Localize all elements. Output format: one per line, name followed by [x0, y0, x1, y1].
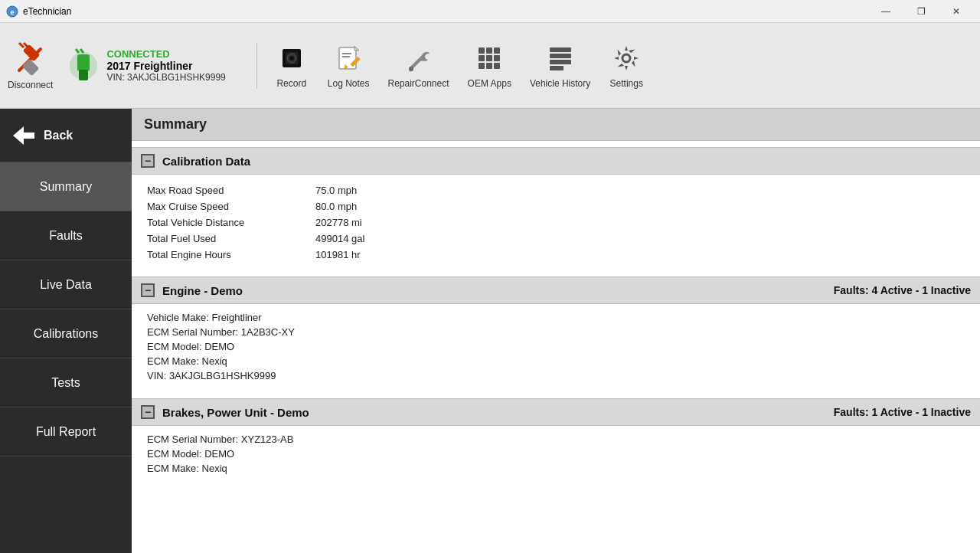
svg-line-9 — [76, 49, 79, 53]
settings-icon — [611, 43, 642, 74]
engine-section-title: Engine - Demo — [162, 284, 834, 297]
log-notes-button[interactable]: Log Notes — [318, 40, 379, 92]
connected-plug-icon — [68, 47, 99, 85]
brakes-faults: Faults: 1 Active - 1 Inactive — [834, 406, 971, 418]
toolbar: Disconnect CONNECTED 2017 Freightliner V… — [0, 23, 980, 109]
settings-button[interactable]: Settings — [599, 40, 653, 92]
sidebar-item-full-report[interactable]: Full Report — [0, 407, 132, 456]
svg-rect-25 — [479, 55, 485, 61]
svg-point-35 — [622, 54, 630, 62]
sidebar-item-faults[interactable]: Faults — [0, 211, 132, 260]
svg-point-15 — [289, 56, 294, 61]
engine-vehicle-make: Vehicle Make: Freightliner — [147, 310, 965, 325]
svg-point-21 — [409, 67, 413, 71]
total-engine-hours-label: Total Engine Hours — [147, 249, 315, 260]
vehicle-info: CONNECTED 2017 Freightliner VIN: 3AKJGLB… — [106, 48, 225, 83]
record-button[interactable]: Record — [265, 40, 318, 92]
brakes-collapse-button[interactable]: − — [141, 405, 155, 419]
restore-button[interactable]: ❐ — [903, 0, 939, 23]
brakes-ecm-make: ECM Make: Nexiq — [147, 461, 965, 476]
sidebar-item-summary[interactable]: Summary — [0, 162, 132, 211]
connection-status: CONNECTED — [106, 48, 225, 60]
max-road-speed-row: Max Road Speed 75.0 mph — [147, 182, 965, 198]
settings-label: Settings — [610, 78, 643, 89]
engine-collapse-button[interactable]: − — [141, 283, 155, 297]
total-fuel-used-row: Total Fuel Used 499014 gal — [147, 231, 965, 247]
total-vehicle-distance-row: Total Vehicle Distance 202778 mi — [147, 214, 965, 231]
title-bar: e eTechnician — ❐ ✕ — [0, 0, 980, 23]
engine-faults: Faults: 4 Active - 1 Inactive — [834, 284, 971, 296]
svg-rect-28 — [479, 63, 485, 69]
max-road-speed-value: 75.0 mph — [315, 185, 357, 196]
svg-marker-36 — [13, 126, 34, 145]
calibration-section-header: − Calibration Data — [132, 147, 980, 175]
svg-rect-8 — [77, 54, 90, 71]
svg-rect-24 — [494, 47, 500, 54]
brakes-section-title: Brakes, Power Unit - Demo — [162, 406, 834, 419]
calibration-data: Max Road Speed 75.0 mph Max Cruise Speed… — [132, 175, 980, 270]
svg-rect-31 — [550, 47, 571, 52]
max-road-speed-label: Max Road Speed — [147, 185, 315, 196]
app-icon: e — [6, 5, 18, 18]
vehicle-vin: VIN: 3AKJGLBG1HSHK9999 — [106, 72, 225, 83]
vehicle-history-button[interactable]: Vehicle History — [521, 40, 599, 92]
minimize-button[interactable]: — — [868, 0, 903, 23]
calibration-section-title: Calibration Data — [162, 155, 971, 168]
total-engine-hours-row: Total Engine Hours 101981 hr — [147, 247, 965, 263]
content-area: Back Summary Faults Live Data Calibratio… — [0, 109, 980, 553]
repair-connect-button[interactable]: RepairConnect — [379, 40, 459, 92]
vehicle-name: 2017 Freightliner — [106, 60, 225, 72]
oem-apps-label: OEM Apps — [468, 78, 511, 89]
back-button[interactable]: Back — [0, 109, 132, 162]
disconnect-button[interactable]: Disconnect — [8, 41, 53, 90]
main-content: Summary − Calibration Data Max Road Spee… — [132, 109, 980, 553]
oem-apps-button[interactable]: OEM Apps — [459, 40, 521, 92]
engine-section-header: − Engine - Demo Faults: 4 Active - 1 Ina… — [132, 276, 980, 304]
svg-rect-26 — [486, 55, 492, 61]
disconnect-label: Disconnect — [8, 80, 53, 90]
back-label: Back — [44, 129, 73, 142]
svg-rect-23 — [486, 47, 492, 54]
page-title: Summary — [132, 109, 980, 141]
brakes-details: ECM Serial Number: XYZ123-AB ECM Model: … — [132, 426, 980, 485]
svg-rect-4 — [21, 58, 39, 76]
calibration-collapse-button[interactable]: − — [141, 154, 155, 168]
brakes-ecm-model: ECM Model: DEMO — [147, 447, 965, 461]
svg-rect-33 — [550, 60, 571, 64]
disconnect-icon — [11, 41, 50, 80]
sidebar-item-calibrations[interactable]: Calibrations — [0, 309, 132, 358]
svg-rect-32 — [550, 54, 571, 58]
window-controls: — ❐ ✕ — [868, 0, 974, 23]
engine-details: Vehicle Make: Freightliner ECM Serial Nu… — [132, 304, 980, 392]
svg-rect-34 — [550, 66, 564, 70]
svg-rect-30 — [494, 63, 500, 69]
brakes-section-header: − Brakes, Power Unit - Demo Faults: 1 Ac… — [132, 398, 980, 426]
total-vehicle-distance-label: Total Vehicle Distance — [147, 217, 315, 228]
sidebar-item-tests[interactable]: Tests — [0, 358, 132, 407]
svg-rect-11 — [79, 70, 88, 80]
vehicle-history-label: Vehicle History — [530, 78, 590, 89]
vehicle-history-icon — [545, 43, 576, 74]
engine-ecm-make: ECM Make: Nexiq — [147, 354, 965, 368]
svg-line-10 — [80, 49, 83, 53]
record-icon — [276, 43, 307, 74]
svg-rect-22 — [479, 47, 485, 54]
back-arrow-icon — [11, 126, 36, 146]
close-button[interactable]: ✕ — [939, 0, 974, 23]
toolbar-divider — [256, 43, 257, 89]
engine-ecm-serial: ECM Serial Number: 1A2B3C-XY — [147, 325, 965, 339]
engine-vin: VIN: 3AKJGLBG1HSHK9999 — [147, 368, 965, 383]
engine-ecm-model: ECM Model: DEMO — [147, 339, 965, 354]
record-label: Record — [276, 78, 306, 89]
sidebar-item-live-data[interactable]: Live Data — [0, 260, 132, 309]
sidebar: Back Summary Faults Live Data Calibratio… — [0, 109, 132, 553]
total-fuel-used-label: Total Fuel Used — [147, 233, 315, 244]
svg-rect-29 — [486, 63, 492, 69]
connected-info-block: CONNECTED 2017 Freightliner VIN: 3AKJGLB… — [68, 47, 225, 85]
brakes-ecm-serial: ECM Serial Number: XYZ123-AB — [147, 432, 965, 447]
oem-apps-icon — [474, 43, 505, 74]
max-cruise-speed-value: 80.0 mph — [315, 201, 357, 212]
total-vehicle-distance-value: 202778 mi — [315, 217, 362, 228]
log-notes-label: Log Notes — [328, 78, 370, 89]
repair-connect-icon — [403, 43, 434, 74]
